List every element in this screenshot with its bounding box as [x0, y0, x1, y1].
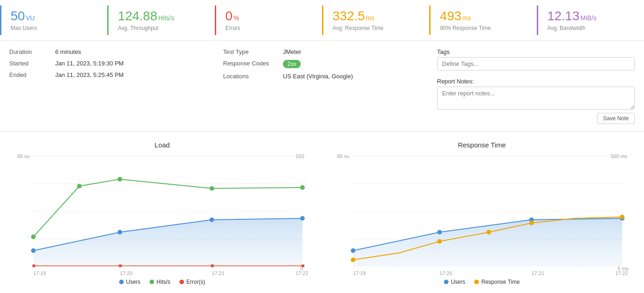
svg-text:17:19: 17:19	[353, 270, 366, 276]
legend-response-time-dot	[474, 280, 479, 284]
metric-max-users: 50VU Max Users	[0, 6, 107, 35]
svg-text:17:20: 17:20	[120, 270, 133, 276]
tags-label: Tags	[437, 48, 635, 55]
legend-errors-dot	[179, 280, 184, 284]
svg-point-15	[31, 234, 36, 239]
ended-value: Jan 11, 2023, 5:25:45 PM	[55, 71, 214, 78]
svg-point-11	[31, 248, 36, 253]
metric-unit-avg-throughput: Hits/s	[158, 14, 174, 22]
svg-point-41	[487, 230, 491, 234]
svg-point-35	[351, 248, 356, 253]
svg-point-14	[300, 216, 305, 221]
legend-users-response: Users	[444, 279, 465, 285]
metric-value-avg-throughput: 124.88Hits/s	[118, 9, 205, 23]
locations-label: Locations	[223, 73, 283, 80]
test-type-label: Test Type	[223, 48, 283, 55]
response-chart-area: 60 vu 500 ms 0 ms 17:19 17:20 17:21 17:2…	[329, 152, 635, 276]
response-chart-container: Response Time 60 vu 500 ms 0 ms 17:19 17…	[324, 136, 639, 290]
response-codes-value: 2xx	[283, 60, 428, 68]
legend-hits-dot	[150, 280, 154, 284]
legend-errors-label: Error(s)	[186, 279, 205, 285]
svg-point-39	[351, 258, 356, 262]
svg-text:17:21: 17:21	[212, 270, 225, 276]
svg-point-42	[529, 221, 534, 225]
metric-value-p90-response-time: 493ms	[440, 9, 527, 23]
started-value: Jan 11, 2023, 5:19:30 PM	[55, 60, 214, 67]
duration-value: 6 minutes	[55, 48, 214, 55]
metric-avg-response-time: 332.5ms Avg. Response Time	[322, 6, 429, 35]
report-notes-label: Report Notes:	[437, 78, 635, 85]
metric-value-max-users: 50VU	[11, 9, 98, 23]
tags-input[interactable]	[437, 57, 635, 70]
ended-label: Ended	[9, 71, 55, 78]
svg-point-18	[210, 186, 214, 191]
metric-value-avg-bandwidth: 12.13MiB/s	[547, 9, 635, 23]
svg-text:17:20: 17:20	[440, 270, 453, 276]
svg-point-43	[620, 215, 625, 219]
legend-users-dot	[119, 280, 124, 284]
metric-avg-bandwidth: 12.13MiB/s Avg. Bandwidth	[537, 6, 644, 35]
metric-value-errors: 0%	[225, 9, 313, 23]
legend-hits: Hits/s	[150, 279, 170, 285]
save-note-button[interactable]: Save Note	[597, 113, 635, 124]
load-chart-area: 60 vu 150 0 17:19 17:20 17:21 17:22	[9, 152, 315, 276]
load-chart-legend: Users Hits/s Error(s)	[9, 279, 315, 285]
metric-unit-max-users: VU	[26, 14, 34, 22]
legend-users-response-dot	[444, 280, 448, 284]
metric-unit-avg-bandwidth: MiB/s	[581, 14, 597, 22]
svg-point-13	[210, 217, 214, 222]
svg-text:60 vu: 60 vu	[17, 153, 30, 159]
metric-errors: 0% Errors	[215, 6, 322, 35]
metric-value-avg-response-time: 332.5ms	[333, 9, 420, 23]
svg-point-12	[118, 230, 122, 234]
report-notes-textarea[interactable]	[437, 87, 635, 110]
metric-label-avg-throughput: Avg. Throughput	[118, 25, 205, 31]
svg-text:17:19: 17:19	[34, 270, 46, 276]
metric-unit-errors: %	[233, 14, 239, 22]
metric-label-avg-bandwidth: Avg. Bandwidth	[547, 25, 635, 31]
svg-text:17:21: 17:21	[532, 270, 545, 276]
svg-text:150: 150	[296, 153, 304, 159]
legend-users-response-label: Users	[451, 279, 465, 285]
svg-point-17	[118, 177, 122, 182]
duration-label: Duration	[9, 48, 55, 55]
metric-label-avg-response-time: Avg. Response Time	[333, 25, 420, 31]
svg-point-40	[437, 239, 442, 244]
load-chart-title: Load	[9, 141, 315, 149]
svg-point-36	[437, 230, 442, 234]
metrics-bar: 50VU Max Users 124.88Hits/s Avg. Through…	[0, 0, 644, 41]
metric-unit-avg-response-time: ms	[366, 14, 374, 22]
svg-point-16	[77, 184, 82, 188]
response-chart-legend: Users Response Time	[329, 279, 635, 285]
legend-users-label: Users	[126, 279, 140, 285]
svg-text:17:22: 17:22	[615, 270, 628, 276]
test-type-value: JMeter	[283, 48, 428, 55]
metric-label-errors: Errors	[225, 25, 313, 31]
svg-point-19	[300, 185, 305, 190]
response-chart-title: Response Time	[329, 141, 635, 149]
svg-text:60 vu: 60 vu	[337, 153, 350, 159]
load-chart-svg: 60 vu 150 0 17:19 17:20 17:21 17:22	[9, 152, 315, 276]
response-codes-label: Response Codes	[223, 60, 283, 68]
response-chart-svg: 60 vu 500 ms 0 ms 17:19 17:20 17:21 17:2…	[329, 152, 635, 276]
metric-p90-response-time: 493ms 90% Response Time	[429, 6, 536, 35]
locations-value: US East (Virginia, Google)	[283, 73, 428, 80]
svg-text:500 ms: 500 ms	[611, 153, 628, 159]
charts-section: Load 60 vu 150 0 17:19 17:20 17:21 17:22	[0, 132, 644, 290]
load-chart-container: Load 60 vu 150 0 17:19 17:20 17:21 17:22	[5, 136, 320, 290]
svg-text:17:22: 17:22	[296, 270, 309, 276]
started-label: Started	[9, 60, 55, 67]
metric-unit-p90-response-time: ms	[462, 14, 471, 22]
legend-response-time-label: Response Time	[481, 279, 519, 285]
badge-2xx: 2xx	[283, 60, 301, 68]
metric-label-max-users: Max Users	[11, 25, 98, 31]
info-section: Duration 6 minutes Started Jan 11, 2023,…	[0, 41, 644, 132]
info-right: Tags Report Notes: Save Note	[437, 48, 635, 124]
metric-label-p90-response-time: 90% Response Time	[440, 25, 527, 31]
legend-hits-label: Hits/s	[156, 279, 170, 285]
info-left: Duration 6 minutes Started Jan 11, 2023,…	[9, 48, 214, 124]
legend-users-load: Users	[119, 279, 140, 285]
info-middle: Test Type JMeter Response Codes 2xx Loca…	[223, 48, 428, 124]
legend-response-time: Response Time	[474, 279, 519, 285]
metric-avg-throughput: 124.88Hits/s Avg. Throughput	[107, 6, 214, 35]
